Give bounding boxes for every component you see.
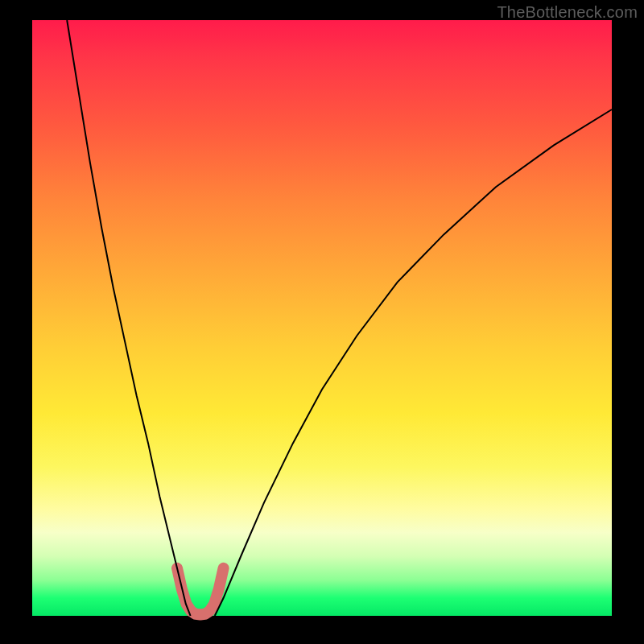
valley-highlight-path [177,568,224,615]
chart-frame: TheBottleneck.com [0,0,644,644]
chart-curves-svg [32,20,612,616]
right-branch-path [215,109,612,616]
watermark-text: TheBottleneck.com [497,3,638,22]
left-branch-path [67,20,190,616]
